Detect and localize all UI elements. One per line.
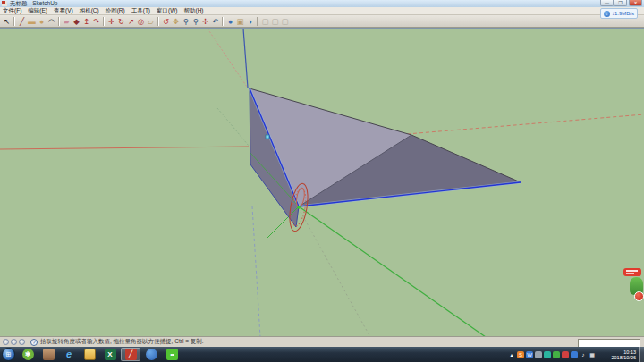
status-geolocation-icon[interactable]	[3, 339, 9, 345]
toolbar-icon-zoom[interactable]: ⚲	[181, 16, 191, 27]
toolbar-icon-add-location[interactable]: ●	[225, 16, 235, 27]
floating-promo-widget[interactable]	[623, 268, 644, 311]
tray-w-icon[interactable]: W	[526, 351, 533, 358]
status-credits-icon[interactable]	[11, 339, 17, 345]
toolbar-icon-offset[interactable]: ◎	[136, 16, 146, 27]
toolbar-icon-tape-measure[interactable]: ▱	[146, 16, 156, 27]
drawing-area[interactable]	[0, 28, 644, 337]
menu-bar: 文件(F) 编辑(E) 查看(V) 相机(C) 绘图(R) 工具(T) 窗口(W…	[0, 7, 644, 15]
360safe-icon: ✱	[22, 349, 34, 360]
wechat-icon: ••	[166, 349, 178, 360]
toolbar-icon-eraser[interactable]: ▰	[62, 16, 72, 27]
taskbar-app-wechat[interactable]: ••	[162, 348, 182, 361]
tray-icon-3[interactable]	[553, 351, 560, 358]
menu-edit[interactable]: 编辑(E)	[28, 7, 47, 15]
netdisk-icon	[146, 349, 157, 360]
tray-icon-5[interactable]	[571, 351, 578, 358]
toolbar-icon-styles[interactable]: ◑	[245, 16, 255, 27]
menu-file[interactable]: 文件(F)	[3, 7, 21, 15]
menu-view[interactable]: 查看(V)	[54, 7, 73, 15]
toolbar-icon-arc[interactable]: ◠	[47, 16, 56, 27]
toolbar-icon-components[interactable]: ▣	[235, 16, 245, 27]
toolbar-icon-pan[interactable]: ✥	[171, 16, 181, 27]
close-button[interactable]: ✕	[629, 0, 642, 6]
toolbar-icon-orbit[interactable]: ↺	[161, 16, 171, 27]
toolbar-icon-previous-view[interactable]: ↶	[210, 16, 220, 27]
toolbar-icon-zoom-extents[interactable]: ✢	[200, 16, 210, 27]
tray-sogou-icon[interactable]: S	[517, 351, 524, 358]
menu-help[interactable]: 帮助(H)	[184, 7, 204, 15]
sketchup-taskbar-icon: ╱	[125, 349, 137, 360]
green-dashed-guide	[217, 108, 249, 146]
tray-icon-1[interactable]	[535, 351, 542, 358]
taskbar-app-excel[interactable]: X	[100, 348, 120, 361]
toolbar-separator	[13, 17, 15, 26]
restore-button[interactable]: ❐	[614, 0, 627, 6]
menu-tools[interactable]: 工具(T)	[131, 7, 150, 15]
toolbar: ↖ ╱ ▬ ● ◠ ▰ ◆ ↥ ↷ ✛ ↻ ↗ ◎ ▱ ↺ ✥ ⚲ ⚲ ✢ ↶ …	[0, 15, 644, 28]
taskbar-app-qq[interactable]	[38, 348, 58, 361]
toolbar-icon-follow-me[interactable]: ↷	[91, 16, 101, 27]
promo-badge-icon[interactable]	[634, 291, 644, 301]
clock-date: 2018/10/26	[600, 355, 636, 360]
menu-camera[interactable]: 相机(C)	[80, 7, 99, 15]
folder-icon	[84, 349, 96, 360]
taskbar-app-sketchup[interactable]: ╱	[121, 348, 140, 361]
qq-avatar-icon	[43, 349, 55, 360]
toolbar-icon-select[interactable]: ↖	[2, 16, 12, 27]
rotation-snap-point	[297, 206, 301, 209]
toolbar-icon-zoom-window[interactable]: ⚲	[191, 16, 200, 27]
toolbar-separator	[103, 17, 105, 26]
toolbar-separator	[157, 17, 159, 26]
status-signin-icon[interactable]	[19, 339, 25, 345]
internet-explorer-icon: e	[64, 349, 75, 360]
menu-window[interactable]: 窗口(W)	[157, 7, 177, 15]
toolbar-separator	[222, 17, 224, 26]
toolbar-icon-rectangle[interactable]: ▬	[27, 16, 37, 27]
tray-icon-4[interactable]	[562, 351, 569, 358]
promo-bubble[interactable]	[623, 268, 641, 276]
toolbar-icon-line[interactable]: ╱	[17, 16, 27, 27]
menu-draw[interactable]: 绘图(R)	[106, 7, 125, 15]
toolbar-icon-push-pull[interactable]: ↥	[81, 16, 91, 27]
taskbar-clock[interactable]: 10:13 2018/10/26	[600, 349, 636, 360]
status-bar: ? 拾取旋转角度或者输入数值, 拖拉量角器以方便捕捉, Ctrl = 复制.	[0, 336, 644, 347]
taskbar: ⊞ ✱ e X ╱ •• ▴ S W ♪ ▦ 10:13 2018/10/26	[0, 347, 644, 362]
taskbar-app-ie[interactable]: e	[59, 348, 79, 361]
taskbar-app-360safe[interactable]: ✱	[18, 348, 38, 361]
system-tray: ▴ S W ♪ ▦ 10:13 2018/10/26	[508, 347, 644, 362]
show-desktop-button[interactable]	[639, 347, 644, 362]
model-canvas[interactable]	[0, 29, 644, 337]
toolbar-icon-circle[interactable]: ●	[37, 16, 47, 27]
download-speed-badge[interactable]: ↓ ↓1.9MB/s	[600, 8, 638, 19]
green-axis-long	[299, 206, 486, 337]
tray-icon-2[interactable]	[544, 351, 551, 358]
help-icon[interactable]: ?	[30, 339, 38, 346]
status-hint-text: 拾取旋转角度或者输入数值, 拖拉量角器以方便捕捉, Ctrl = 复制.	[40, 338, 204, 346]
toolbar-icon-disabled-2: ▢	[270, 16, 280, 27]
toolbar-separator	[58, 17, 60, 26]
red-dashed-guide	[208, 29, 247, 87]
tray-expand-icon[interactable]: ▴	[508, 351, 515, 358]
start-button[interactable]: ⊞	[2, 348, 15, 361]
blue-axis-down-dotted	[252, 206, 260, 337]
toolbar-icon-move[interactable]: ✛	[106, 16, 116, 27]
excel-icon: X	[105, 349, 116, 360]
volume-icon[interactable]: ♪	[580, 351, 587, 358]
toolbar-icon-disabled-3: ▢	[280, 16, 290, 27]
download-speed-text: ↓1.9MB/s	[612, 11, 634, 16]
network-icon[interactable]: ▦	[589, 351, 596, 358]
toolbar-icon-rotate[interactable]: ↻	[116, 16, 126, 27]
toolbar-icon-disabled-1: ▢	[260, 16, 270, 27]
toolbar-icon-paint-bucket[interactable]: ◆	[72, 16, 81, 27]
red-axis-solid	[0, 147, 249, 149]
minimize-button[interactable]: —	[600, 0, 614, 6]
sketchup-logo-icon	[2, 1, 7, 6]
taskbar-app-netdisk[interactable]	[141, 348, 161, 361]
inference-dot	[266, 135, 269, 139]
toolbar-separator	[257, 17, 258, 26]
olive-dotted-guide	[301, 212, 370, 337]
red-axis-dotted	[407, 114, 644, 134]
taskbar-app-explorer[interactable]	[80, 348, 99, 361]
toolbar-icon-scale[interactable]: ↗	[126, 16, 136, 27]
